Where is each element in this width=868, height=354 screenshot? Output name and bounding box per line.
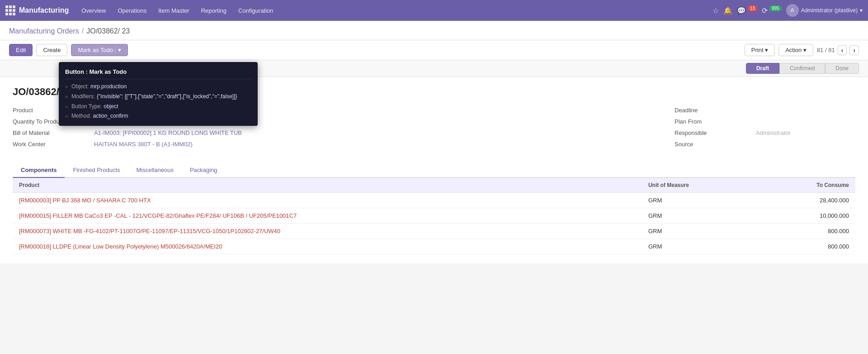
tooltip-label-method: Method: (71, 111, 91, 121)
tooltip-label-modifiers: Modifiers: (71, 92, 95, 102)
tab-components-label: Components (21, 167, 57, 173)
main-menu: Overview Operations Item Master Reportin… (77, 5, 704, 16)
row3-uom: GRM (642, 239, 758, 254)
topnav: Manufacturing Overview Operations Item M… (0, 0, 868, 21)
pagination-next[interactable]: › (849, 45, 859, 55)
row0-uom: GRM (642, 193, 758, 208)
breadcrumb-parent[interactable]: Manufacturing Orders (9, 27, 79, 35)
print-label: Print (751, 47, 764, 53)
status-step-done[interactable]: Done (825, 63, 859, 74)
table-row: [RM000003] PP BJ 368 MO / SAHARA C 700 H… (13, 193, 855, 208)
field-workcenter: Work Center HAITIAN MARS 380T - B (A1-IM… (13, 141, 656, 148)
pagination: 81 / 81 ‹ › (817, 45, 859, 55)
field-workcenter-label: Work Center (13, 141, 94, 148)
mark-todo-button[interactable]: Mark as Todo ▾ (71, 44, 128, 56)
row1-product[interactable]: [RM000015] FILLER MB CaCo3 EP -CAL - 121… (13, 208, 642, 224)
status-confirmed-label: Confirmed (790, 65, 815, 72)
tabs-bar: Components Finished Products Miscellaneo… (13, 163, 855, 178)
tooltip-field-button-type: Button Type: object (65, 102, 251, 112)
app-name: Manufacturing (19, 6, 69, 14)
col-qty-header: To Consume (758, 178, 855, 193)
row3-qty: 800.000 (758, 239, 855, 254)
field-deadline: Deadline (675, 107, 855, 114)
user-menu[interactable]: A Administrator (plastlive) ▾ (786, 4, 863, 17)
user-dropdown-icon: ▾ (860, 7, 863, 14)
status-draft-label: Draft (756, 65, 769, 72)
grid-icon (5, 5, 15, 15)
breadcrumb: Manufacturing Orders / JO/03862/ 23 (9, 27, 859, 35)
tooltip-value-object: mrp.production (90, 82, 127, 92)
pagination-prev[interactable]: ‹ (838, 45, 847, 55)
tab-miscellaneous[interactable]: Miscellaneous (128, 163, 182, 178)
tab-finished-products-label: Finished Products (73, 167, 120, 173)
field-responsible: Responsible Administrator (675, 129, 855, 136)
tooltip-field-method: Method: action_confirm (65, 111, 251, 121)
menu-item-operations[interactable]: Operations (113, 5, 151, 16)
field-planfrom: Plan From (675, 118, 855, 125)
tooltip-label-object: Object: (71, 82, 89, 92)
table-body: [RM000003] PP BJ 368 MO / SAHARA C 700 H… (13, 193, 855, 254)
table-row: [RM000015] FILLER MB CaCo3 EP -CAL - 121… (13, 208, 855, 224)
create-button[interactable]: Create (36, 44, 67, 56)
breadcrumb-current: JO/03862/ 23 (86, 27, 130, 35)
field-planfrom-label: Plan From (675, 118, 756, 125)
tooltip-label-button-type: Button Type: (71, 102, 102, 112)
menu-item-overview[interactable]: Overview (77, 5, 110, 16)
bell-icon[interactable]: 🔔 (723, 6, 732, 15)
status-steps: Draft Confirmed Done (746, 63, 859, 74)
form-right: Deadline Plan From Responsible Administr… (675, 107, 855, 152)
user-initials: A (791, 7, 794, 14)
menu-item-reporting[interactable]: Reporting (197, 5, 231, 16)
status-done-label: Done (835, 65, 849, 72)
refresh-icon[interactable]: ⟳ (762, 6, 768, 15)
field-bom-value[interactable]: A1-IM003: [FPI00002] 1 KG ROUND LONG WHI… (94, 129, 242, 136)
star-icon[interactable]: ☆ (712, 6, 719, 15)
topnav-right: ☆ 🔔 💬 13 ⟳ 995 A Administrator (plastliv… (712, 4, 863, 17)
tab-finished-products[interactable]: Finished Products (65, 163, 128, 178)
field-source-label: Source (675, 141, 756, 148)
tooltip-field-object: Object: mrp.production (65, 82, 251, 92)
table-header: Product Unit of Measure To Consume (13, 178, 855, 193)
field-responsible-label: Responsible (675, 129, 756, 136)
menu-item-item-master[interactable]: Item Master (154, 5, 194, 16)
tooltip-value-method: action_confirm (93, 111, 128, 121)
messages-badge: 13 (748, 5, 757, 11)
tab-miscellaneous-label: Miscellaneous (137, 167, 174, 173)
action-button[interactable]: Action ▾ (778, 44, 813, 56)
row2-uom: GRM (642, 224, 758, 239)
chat-icon[interactable]: 💬 (737, 6, 746, 15)
field-bom-label: Bill of Material (13, 129, 94, 136)
print-button[interactable]: Print ▾ (745, 44, 775, 56)
status-step-draft[interactable]: Draft (746, 63, 779, 74)
row0-product[interactable]: [RM000003] PP BJ 368 MO / SAHARA C 700 H… (13, 193, 642, 208)
pagination-text: 81 / 81 (817, 47, 835, 53)
col-product-header: Product (13, 178, 642, 193)
row1-qty: 10,000.000 (758, 208, 855, 224)
tooltip-title: Button : Mark as Todo (65, 67, 251, 79)
edit-button[interactable]: Edit (9, 44, 33, 56)
user-label: Administrator (plastlive) (801, 7, 858, 14)
breadcrumb-separator: / (82, 27, 84, 35)
row0-qty: 28,400.000 (758, 193, 855, 208)
tooltip-field-modifiers: Modifiers: {"invisible": [["T"],["state"… (65, 92, 251, 102)
tooltip-fields: Object: mrp.production Modifiers: {"invi… (65, 82, 251, 121)
mark-todo-dropdown-arrow[interactable]: ▾ (115, 47, 121, 53)
status-step-confirmed[interactable]: Confirmed (779, 63, 825, 74)
app-brand[interactable]: Manufacturing (5, 5, 69, 15)
mark-todo-label: Mark as Todo (78, 47, 113, 53)
field-source: Source (675, 141, 855, 148)
row1-uom: GRM (642, 208, 758, 224)
tab-packaging[interactable]: Packaging (182, 163, 226, 178)
row2-product[interactable]: [RM000073] WHITE MB -FG-4102/PT-11007O/P… (13, 224, 642, 239)
field-bom: Bill of Material A1-IM003: [FPI00002] 1 … (13, 129, 656, 136)
field-workcenter-value[interactable]: HAITIAN MARS 380T - B (A1-IMM02) (94, 141, 193, 148)
row3-product[interactable]: [RM000018] LLDPE (Linear Low Density Pol… (13, 239, 642, 254)
col-uom-header: Unit of Measure (642, 178, 758, 193)
tooltip-value-button-type: object (104, 102, 118, 112)
row2-qty: 800.000 (758, 224, 855, 239)
components-table: Product Unit of Measure To Consume [RM00… (13, 178, 855, 254)
menu-item-configuration[interactable]: Configuration (234, 5, 278, 16)
tooltip-popup: Button : Mark as Todo Object: mrp.produc… (59, 62, 258, 126)
tab-components[interactable]: Components (13, 163, 65, 178)
tab-packaging-label: Packaging (190, 167, 217, 173)
